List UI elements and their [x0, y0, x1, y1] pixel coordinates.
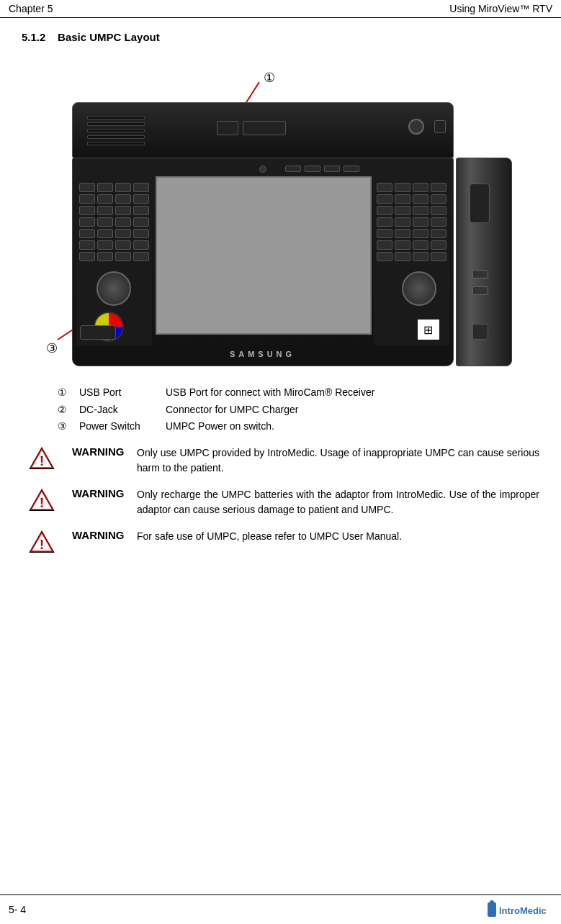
device-image-area: ① ② ③	[36, 59, 526, 368]
logo-svg: IntroMedic	[488, 900, 552, 920]
side-button-1	[472, 270, 488, 278]
parts-list-item: ① USB Port USB Port for connect with Mir…	[58, 386, 539, 400]
parts-list-item: ③ Power Switch UMPC Power on switch.	[58, 420, 539, 434]
top-buttons	[285, 166, 359, 172]
parts-desc: Connector for UMPC Charger	[166, 403, 539, 417]
warning-icon: ! !	[29, 447, 66, 470]
side-port-bottom	[472, 324, 488, 340]
warning-triangle-svg: ! !	[29, 489, 55, 512]
header-left: Chapter 5	[9, 3, 53, 14]
keyboard-left	[76, 180, 152, 345]
parts-name: DC-Jack	[79, 403, 166, 417]
device-main-area: ⊞ SAMSUNG	[72, 158, 512, 366]
brand-label: SAMSUNG	[230, 350, 295, 358]
parts-list-item: ② DC-Jack Connector for UMPC Charger	[58, 403, 539, 417]
warnings-container: ! ! WARNING Only use UMPC provided by In…	[22, 445, 539, 553]
camera	[259, 166, 266, 173]
parts-name: Power Switch	[79, 420, 166, 434]
svg-text:IntroMedic: IntroMedic	[499, 905, 547, 916]
warning-block: ! ! WARNING Only recharge the UMPC batte…	[22, 487, 539, 517]
warning-label: WARNING	[72, 487, 130, 499]
parts-desc: UMPC Power on switch.	[166, 420, 539, 434]
warning-label: WARNING	[72, 445, 130, 458]
warning-block: ! ! WARNING Only use UMPC provided by In…	[22, 445, 539, 476]
device-front-view: ⊞ SAMSUNG	[72, 158, 454, 366]
sound-button	[80, 325, 116, 340]
svg-text:!: !	[40, 497, 44, 509]
parts-num: ①	[58, 386, 79, 400]
page-number: 5- 4	[9, 904, 26, 915]
warning-triangle-svg: ! !	[29, 447, 55, 470]
warning-triangle-svg: ! !	[29, 530, 55, 553]
warning-label: WARNING	[72, 529, 130, 541]
warning-block: ! ! WARNING For safe use of UMPC, please…	[22, 529, 539, 553]
intromed-logo: IntroMedic	[488, 900, 552, 920]
keyboard-right: ⊞	[374, 180, 449, 345]
parts-list: ① USB Port USB Port for connect with Mir…	[58, 386, 539, 434]
page-footer: 5- 4 IntroMedic	[0, 894, 561, 924]
warning-text: Only recharge the UMPC batteries with th…	[137, 487, 539, 517]
parts-desc: USB Port for connect with MiroCam® Recei…	[166, 386, 539, 400]
joystick-left	[97, 271, 131, 306]
side-port-top	[470, 184, 490, 223]
svg-text:!: !	[40, 539, 44, 551]
warning-text: Only use UMPC provided by IntroMedic. Us…	[137, 445, 539, 476]
side-button-2	[472, 286, 488, 295]
svg-text:!: !	[40, 456, 44, 468]
page-header: Chapter 5 Using MiroView™ RTV	[0, 0, 561, 18]
warning-text: For safe use of UMPC, please refer to UM…	[137, 529, 402, 544]
device-top-view	[72, 102, 454, 158]
parts-name: USB Port	[79, 386, 166, 400]
parts-num: ③	[58, 420, 79, 434]
svg-rect-20	[490, 900, 494, 905]
warning-icon: ! !	[29, 489, 66, 512]
svg-text:③: ③	[46, 341, 58, 355]
device-side-view	[456, 158, 512, 366]
parts-num: ②	[58, 403, 79, 417]
joystick-right	[402, 271, 436, 306]
windows-logo: ⊞	[418, 320, 439, 340]
svg-text:①: ①	[264, 71, 275, 85]
device-screen	[156, 176, 372, 335]
warning-icon: ! !	[29, 530, 66, 553]
header-right: Using MiroView™ RTV	[449, 3, 552, 14]
section-heading: 5.1.2 Basic UMPC Layout	[22, 31, 539, 43]
main-content: 5.1.2 Basic UMPC Layout ① ② ③	[0, 18, 561, 566]
